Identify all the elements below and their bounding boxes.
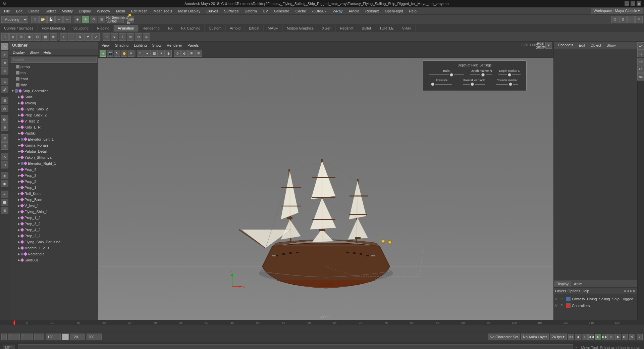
outliner-item-flying-ship-1[interactable]: ▶ Flying_Ship_1 <box>9 209 98 215</box>
paint-select-tool[interactable]: 🖌 <box>1 86 8 93</box>
play-forward-button-2[interactable]: ▶▶ <box>602 334 608 340</box>
menu-3dtoall[interactable]: -3DtoAll- <box>310 8 329 14</box>
vp-hudon-btn[interactable]: ⊡ <box>195 50 202 57</box>
next-key-button[interactable]: ▷ <box>608 334 614 340</box>
outliner-item-pushki[interactable]: ▶ Pushki <box>9 130 98 136</box>
vp-textured-btn[interactable]: ▩ <box>151 50 158 57</box>
outliner-item-elevator-left[interactable]: ▶ Elevator_Left_1 <box>9 136 98 142</box>
shelf-btn-8[interactable]: ↕ <box>60 33 67 41</box>
tab-turtle[interactable]: TURTLE <box>375 25 398 32</box>
shelf-btn-16[interactable]: ⊛ <box>127 33 134 41</box>
outliner-item-vlest2[interactable]: ▶ V_lest_2 <box>9 118 98 124</box>
lasso-tool[interactable]: ⊂ <box>1 78 8 85</box>
snap-button-2[interactable]: ⊠ <box>619 16 627 23</box>
outliner-item-ruli-kurs[interactable]: ▶ Ruli_Kurs <box>9 191 98 197</box>
menu-mesh-display[interactable]: Mesh Display <box>175 8 203 14</box>
lasso-2[interactable]: ◐ <box>1 115 8 123</box>
shelf-btn-10[interactable]: ⇅ <box>76 33 84 41</box>
shelf-btn-1[interactable]: ⊡ <box>1 33 9 41</box>
outliner-item-flying-ship-2[interactable]: ▶ Flying_Ship_2 <box>9 106 98 112</box>
menu-cache[interactable]: Cache <box>293 8 309 14</box>
menu-edit-mesh[interactable]: Edit Mesh <box>128 8 150 14</box>
jump-end-button[interactable]: ⏭ <box>622 334 628 340</box>
tab-curves-surfaces[interactable]: Curves / Surfaces <box>0 25 38 32</box>
vp-settings-button[interactable]: ▼ <box>545 42 552 49</box>
layer-p-1[interactable]: P <box>560 297 565 301</box>
shelf-btn-17[interactable]: ⊜ <box>135 33 142 41</box>
menu-mesh[interactable]: Mesh <box>113 8 128 14</box>
menu-display[interactable]: Display <box>76 8 94 14</box>
snap-button-3[interactable]: ⋯ <box>627 16 635 23</box>
ch-tab-channels[interactable]: Channels <box>556 42 575 48</box>
layer-p-2[interactable]: P <box>560 304 565 308</box>
anim-end-input-1[interactable] <box>70 334 85 340</box>
current-frame-input[interactable] <box>21 334 33 340</box>
next-frame-button[interactable]: ▶ <box>615 334 621 340</box>
menu-file[interactable]: File <box>1 8 13 14</box>
layer-v-1[interactable]: V <box>555 297 559 301</box>
misc-tool-3[interactable]: ⊠ <box>1 207 8 214</box>
snap-button-1[interactable]: ⊡ <box>611 16 619 23</box>
outliner-item-prop32[interactable]: ▶ Prop_3_2 <box>9 221 98 227</box>
snap-to-grid[interactable]: ⊟ <box>1 97 8 104</box>
da-help[interactable]: Help <box>582 289 589 293</box>
vp-menu-panels[interactable]: Panels <box>185 43 201 47</box>
tab-vray[interactable]: VRay <box>398 25 416 32</box>
snap-button-4[interactable]: ≡ <box>635 16 643 23</box>
outliner-menu-show[interactable]: Show <box>28 50 41 54</box>
vp-orbit-btn[interactable]: ↻ <box>114 50 120 57</box>
vp-menu-renderer[interactable]: Renderer <box>165 43 184 47</box>
outliner-item-prop1[interactable]: ▶ Prop_1 <box>9 185 98 191</box>
shelf-btn-2[interactable]: ◈ <box>9 33 17 41</box>
layer-editor-btn[interactable]: LE <box>637 65 644 73</box>
dof-balls-slider[interactable] <box>429 73 464 77</box>
shelf-btn-3[interactable]: ⊞ <box>17 33 25 41</box>
tab-rigging[interactable]: Rigging <box>93 25 114 32</box>
outliner-item-korma[interactable]: ▶ Korma_Fonari <box>9 142 98 148</box>
menu-window[interactable]: Window <box>94 8 113 14</box>
menu-select[interactable]: Select <box>43 8 59 14</box>
outliner-item-rectangle[interactable]: ▶ Rectangle <box>9 251 98 257</box>
prev-key-button[interactable]: ◁ <box>582 334 588 340</box>
lattice-tool[interactable]: ⊞ <box>1 134 8 142</box>
da-icon-4[interactable]: ▶ <box>633 289 636 293</box>
save-scene-button[interactable]: 💾 <box>47 16 55 23</box>
tab-animation[interactable]: Animation <box>114 25 139 32</box>
soft-select[interactable]: ⊕ <box>1 123 8 131</box>
menu-deform[interactable]: Deform <box>242 8 259 14</box>
dof-depth-r-slider[interactable] <box>470 73 492 77</box>
channel-box-btn[interactable]: CB <box>637 58 644 65</box>
layer-color-2[interactable] <box>566 303 571 308</box>
outliner-menu-display[interactable]: Display <box>11 50 27 54</box>
dof-freefall-slider[interactable] <box>463 83 485 86</box>
menu-uv[interactable]: UV <box>260 8 271 14</box>
vp-select-btn[interactable]: ◈ <box>100 50 106 57</box>
menu-arnold[interactable]: Arnold <box>346 8 362 14</box>
workspace-selector[interactable]: Workspace : Maya Classic ▾ <box>591 8 643 14</box>
shelf-btn-14[interactable]: ↯ <box>111 33 118 41</box>
redo-button[interactable]: ↪ <box>63 16 71 23</box>
attr-editor-btn[interactable]: AE <box>637 42 644 50</box>
cluster-tool[interactable]: ⊡ <box>1 142 8 150</box>
sound-button[interactable]: ♪ <box>637 334 643 340</box>
tab-bullet[interactable]: Bullet <box>358 25 376 32</box>
move-tool-button[interactable]: ✛ <box>82 16 89 23</box>
ch-tab-show[interactable]: Show <box>605 43 617 48</box>
layer-v-2[interactable]: V <box>555 304 559 308</box>
extrude-tool[interactable]: ⊣ <box>1 161 8 168</box>
dof-depth-l-slider[interactable] <box>498 73 521 77</box>
vp-xray-btn[interactable]: ◐ <box>181 50 188 57</box>
play-forward-button[interactable]: ▶ <box>595 334 601 340</box>
outliner-menu-help[interactable]: Help <box>42 50 53 54</box>
tab-poly-modeling[interactable]: Poly Modeling <box>38 25 69 32</box>
outliner-item-vlest1[interactable]: ▶ V_lest_1 <box>9 203 98 209</box>
outliner-item-prop22[interactable]: ▶ Prop_2_2 <box>9 233 98 239</box>
outliner-item-krilo[interactable]: ▶ Krilo_L_R <box>9 124 98 130</box>
outliner-item-front[interactable]: front <box>9 76 98 82</box>
timeline-playhead[interactable] <box>14 320 15 325</box>
outliner-item-paluba[interactable]: ▶ Paluba_Detali <box>9 148 98 154</box>
outliner-item-prop3[interactable]: ▶ Prop_3 <box>9 172 98 179</box>
da-tab-display[interactable]: Display <box>554 281 571 287</box>
tab-sculpting[interactable]: Sculpting <box>69 25 93 32</box>
da-tab-anim[interactable]: Anim <box>571 281 585 287</box>
